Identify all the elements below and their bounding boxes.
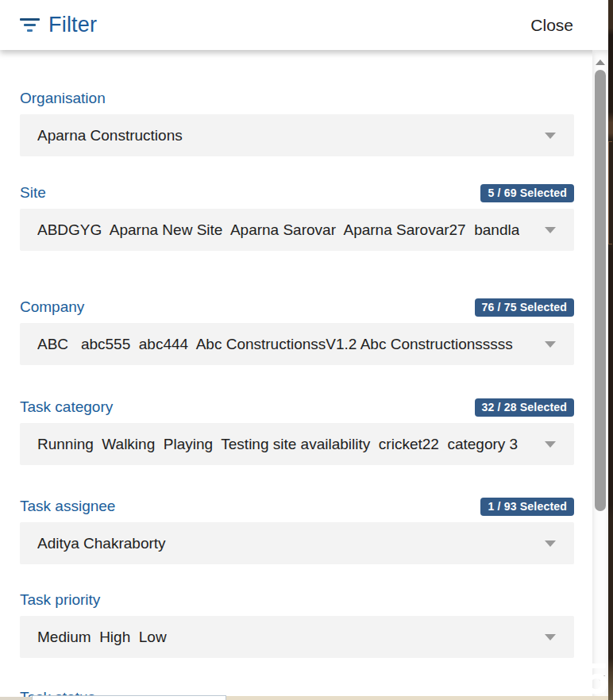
chevron-down-icon (545, 341, 556, 348)
task-assignee-select[interactable]: Aditya Chakraborty (20, 522, 574, 564)
chevron-down-icon (545, 634, 556, 640)
selected-values: Aparna Constructions (37, 127, 183, 144)
scroll-down-icon[interactable] (596, 675, 605, 681)
site-select[interactable]: ABDGYG Aparna New Site Aparna Sarovar Ap… (20, 209, 574, 251)
filter-section-task-category: Task category 32 / 28 Selected Running W… (20, 398, 574, 465)
chevron-down-icon (545, 227, 556, 233)
chevron-down-icon (545, 441, 556, 448)
task-category-select[interactable]: Running Walking Playing Testing site ava… (20, 423, 574, 465)
selected-count-badge: 1 / 93 Selected (480, 498, 574, 516)
background-bottom-left (0, 697, 32, 700)
background-edge-box (608, 141, 612, 244)
selected-values: ABDGYG Aparna New Site Aparna Sarovar Ap… (37, 221, 519, 239)
scrollbar[interactable] (592, 50, 608, 700)
chevron-down-icon (545, 540, 556, 547)
close-button[interactable]: Close (530, 16, 589, 35)
section-label: Task category (20, 398, 113, 416)
background-bottom-tan (226, 696, 608, 700)
filter-section-company: Company 76 / 75 Selected ABC abc555 abc4… (20, 298, 574, 365)
header-title-wrap: Filter (19, 13, 97, 37)
filter-section-organisation: Organisation Aparna Constructions (20, 89, 574, 156)
chevron-down-icon (545, 133, 556, 139)
selected-values: ABC abc555 abc444 Abc ConstructionssV1.2… (37, 336, 513, 353)
selected-values: Aditya Chakraborty (37, 535, 166, 552)
selected-count-badge: 32 / 28 Selected (475, 398, 575, 417)
section-label: Site (20, 184, 46, 202)
background-page-bottom (0, 695, 608, 700)
selected-values: Running Walking Playing Testing site ava… (37, 436, 518, 453)
filter-section-site: Site 5 / 69 Selected ABDGYG Aparna New S… (20, 183, 574, 251)
company-select[interactable]: ABC abc555 abc444 Abc ConstructionssV1.2… (20, 323, 574, 365)
section-label: Task priority (20, 591, 100, 609)
page-title: Filter (48, 13, 97, 37)
section-label: Company (20, 298, 84, 316)
background-page-edge (608, 0, 613, 700)
task-priority-select[interactable]: Medium High Low (20, 616, 574, 658)
background-bottom-box (32, 695, 226, 700)
filter-list-icon (19, 18, 40, 32)
section-label: Task assignee (20, 498, 115, 515)
scroll-up-icon[interactable] (596, 60, 605, 65)
scrollbar-thumb[interactable] (595, 70, 606, 511)
modal-header: Filter Close (0, 0, 608, 50)
filter-content: Organisation Aparna Constructions Site 5… (0, 50, 592, 700)
selected-count-badge: 76 / 75 Selected (475, 298, 575, 317)
filter-section-task-assignee: Task assignee 1 / 93 Selected Aditya Cha… (20, 497, 574, 564)
selected-values: Medium High Low (37, 629, 167, 646)
organisation-select[interactable]: Aparna Constructions (20, 114, 574, 156)
selected-count-badge: 5 / 69 Selected (480, 184, 574, 202)
filter-section-task-priority: Task priority Medium High Low (20, 590, 574, 658)
filter-modal: Filter Close Organisation Aparna Constru… (0, 0, 608, 700)
section-label: Organisation (20, 90, 106, 107)
